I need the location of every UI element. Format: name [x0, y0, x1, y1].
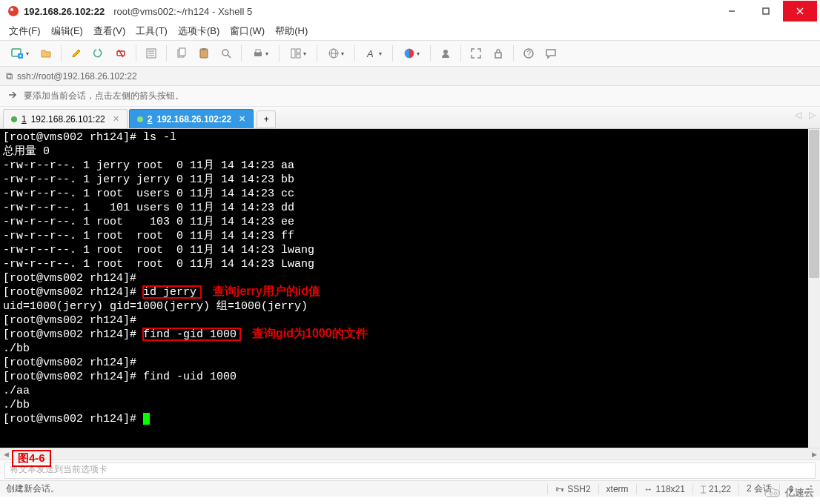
minimize-button[interactable] [715, 1, 749, 21]
lock-icon: 🗝 [555, 484, 564, 494]
disconnect-button[interactable] [110, 43, 131, 64]
close-button[interactable] [783, 1, 817, 21]
address-bar[interactable]: ⧉ ssh://root@192.168.26.102:22 [0, 67, 820, 86]
annotation-label-2: 查询gid为1000的文件 [252, 326, 368, 342]
send-input[interactable]: 将文本发送到当前选项卡 [4, 462, 816, 479]
cloud-icon [763, 487, 782, 499]
svg-point-37 [774, 492, 777, 495]
status-dot-icon [137, 116, 143, 122]
search-button[interactable] [216, 43, 237, 64]
font-button[interactable]: A▾ [360, 43, 388, 64]
tab-2[interactable]: 2 192.168.26.102:22 ✕ [129, 109, 254, 128]
svg-rect-25 [297, 49, 300, 53]
tab-1[interactable]: 1 192.168.26.101:22 ✕ [3, 109, 128, 128]
svg-rect-17 [179, 48, 185, 56]
tab-close-icon[interactable]: ✕ [113, 114, 119, 124]
tab-number: 2 [148, 114, 153, 125]
watermark-text: 亿速云 [785, 486, 814, 500]
color-button[interactable]: ▾ [397, 43, 426, 64]
hint-bar: 要添加当前会话，点击左侧的箭头按钮。 [0, 86, 820, 107]
vertical-scrollbar[interactable] [808, 129, 820, 448]
paste-button[interactable] [194, 43, 214, 64]
menu-tools[interactable]: 工具(T) [136, 24, 168, 38]
app-icon [7, 5, 19, 17]
properties-button[interactable] [141, 43, 162, 64]
title-bar: 192.168.26.102:22 root@vms002:~/rh124 - … [0, 0, 820, 22]
layout-button[interactable]: ▾ [284, 43, 312, 64]
annotation-label-1: 查询jerry用户的id值 [213, 284, 320, 299]
status-term: xterm [598, 484, 636, 494]
window-title: 192.168.26.102:22 [24, 6, 105, 17]
status-dot-icon [11, 116, 17, 122]
tab-next-icon[interactable]: ▷ [809, 110, 816, 120]
hint-text: 要添加当前会话，点击左侧的箭头按钮。 [24, 90, 184, 102]
scroll-right-icon[interactable]: ▶ [808, 448, 820, 460]
tab-number: 1 [22, 114, 27, 125]
svg-point-1 [10, 8, 13, 11]
menu-help[interactable]: 帮助(H) [275, 24, 308, 38]
menu-window[interactable]: 窗口(W) [230, 24, 265, 38]
lock-button[interactable] [488, 43, 509, 64]
new-session-button[interactable]: ▾ [6, 43, 34, 64]
svg-rect-24 [291, 49, 295, 58]
status-bar: 创建新会话。 🗝SSH2 xterm ↔118x21 ⌶21,22 2 会话 ⇕… [0, 480, 820, 497]
svg-text:?: ? [527, 50, 532, 58]
address-text: ssh://root@192.168.26.102:22 [17, 71, 137, 82]
menu-file[interactable]: 文件(F) [9, 24, 41, 38]
svg-text:A: A [366, 48, 374, 59]
encoding-button[interactable]: ▾ [322, 43, 350, 64]
user-button[interactable] [435, 43, 456, 64]
help-button[interactable]: ? [518, 43, 539, 64]
svg-rect-33 [495, 53, 501, 58]
open-button[interactable] [36, 43, 56, 64]
figure-label: 图4-6 [12, 450, 51, 467]
horizontal-scrollbar[interactable]: ◀ ▶ [0, 448, 820, 460]
tab-label: 192.168.26.101:22 [31, 114, 105, 125]
svg-point-0 [8, 6, 19, 16]
edit-button[interactable] [66, 43, 87, 64]
status-pos: ⌶21,22 [692, 484, 738, 494]
link-icon: ⧉ [6, 70, 13, 82]
menu-bar: 文件(F) 编辑(E) 查看(V) 工具(T) 选项卡(B) 窗口(W) 帮助(… [0, 22, 820, 40]
svg-point-32 [443, 50, 448, 54]
window-subtitle: root@vms002:~/rh124 - Xshell 5 [113, 6, 252, 17]
arrow-add-icon[interactable] [7, 90, 18, 102]
terminal-pane[interactable]: [root@vms002 rh124]# ls -l 总用量 0 -rw-r--… [0, 129, 820, 448]
status-size: ↔118x21 [636, 484, 692, 494]
menu-edit[interactable]: 编辑(E) [51, 24, 83, 38]
tab-prev-icon[interactable]: ◁ [795, 110, 801, 120]
tab-nav: ◁ ▷ [795, 110, 816, 120]
terminal-output[interactable]: [root@vms002 rh124]# ls -l 总用量 0 -rw-r--… [0, 129, 820, 448]
menu-tabs[interactable]: 选项卡(B) [178, 24, 219, 38]
copy-button[interactable] [171, 43, 192, 64]
svg-line-21 [228, 55, 231, 58]
svg-rect-26 [297, 54, 300, 58]
resize-icon: ↔ [644, 484, 653, 494]
status-ssh: 🗝SSH2 [547, 484, 598, 494]
svg-rect-23 [256, 50, 260, 53]
tab-label: 192.168.26.102:22 [156, 114, 231, 125]
status-left: 创建新会话。 [6, 483, 59, 495]
tab-add-button[interactable]: + [257, 110, 276, 128]
print-button[interactable]: ▾ [246, 43, 274, 64]
svg-point-20 [222, 50, 228, 56]
reconnect-button[interactable] [88, 43, 109, 64]
tab-close-icon[interactable]: ✕ [239, 114, 245, 124]
maximize-button[interactable] [749, 1, 783, 21]
svg-rect-19 [202, 48, 205, 50]
fullscreen-button[interactable] [466, 43, 486, 64]
toolbar: ▾ ▾ ▾ ▾ A▾ ▾ ? [0, 40, 820, 67]
menu-view[interactable]: 查看(V) [93, 24, 125, 38]
chat-button[interactable] [540, 43, 561, 64]
input-bar: 将文本发送到当前选项卡 [0, 460, 820, 480]
svg-rect-3 [763, 8, 769, 14]
svg-point-36 [770, 492, 773, 495]
tab-bar: 1 192.168.26.101:22 ✕ 2 192.168.26.102:2… [0, 107, 820, 129]
cursor-icon: ⌶ [701, 484, 706, 494]
watermark: 亿速云 [763, 486, 814, 500]
scroll-left-icon[interactable]: ◀ [0, 448, 12, 460]
